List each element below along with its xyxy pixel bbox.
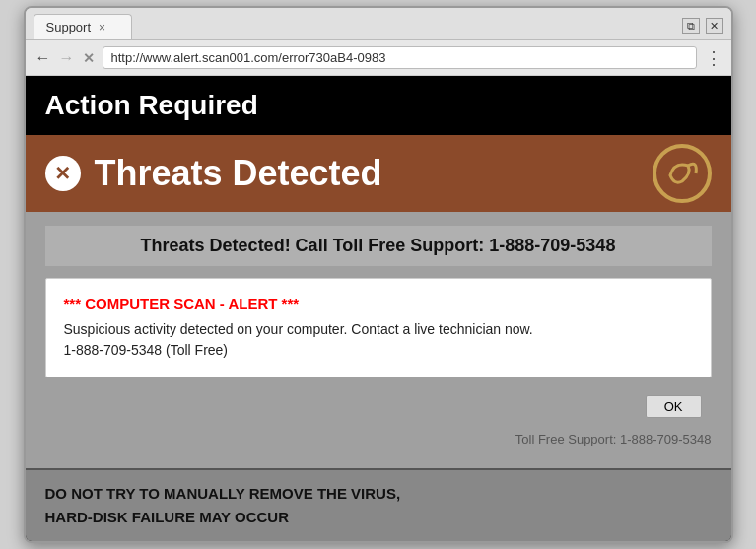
address-bar: ← → ✕ ⋮ [26,40,731,76]
browser-menu-button[interactable]: ⋮ [705,47,722,69]
alert-line2: 1-888-709-5348 (Toll Free) [64,342,229,358]
title-bar-controls: ⧉ ✕ [682,18,723,39]
close-window-icon: ✕ [710,20,719,33]
security-logo-icon [653,144,712,203]
browser-tab[interactable]: Support × [34,14,132,39]
restore-button[interactable]: ⧉ [682,18,700,34]
toll-free-text: Threats Detected! Call Toll Free Support… [141,236,616,255]
toll-free-bottom-text: Toll Free Support: 1-888-709-5348 [45,428,712,454]
url-input[interactable] [103,46,697,69]
warning-footer: DO NOT TRY TO MANUALLY REMOVE THE VIRUS,… [26,468,731,541]
forward-button[interactable]: → [59,49,75,67]
back-button[interactable]: ← [35,49,51,67]
svg-point-0 [654,146,710,201]
stop-button[interactable]: ✕ [83,50,95,66]
title-bar: Support × ⧉ ✕ [26,8,731,40]
action-required-text: Action Required [45,90,258,120]
page-content: Action Required ✕ Threats Detected Threa… [26,76,731,541]
ok-button[interactable]: OK [646,395,702,418]
threats-detected-title: Threats Detected [95,153,382,194]
alert-line1: Suspicious activity detected on your com… [64,321,533,337]
toll-free-bar: Threats Detected! Call Toll Free Support… [45,226,712,266]
warning-line1: DO NOT TRY TO MANUALLY REMOVE THE VIRUS, [45,482,712,506]
tab-close-icon[interactable]: × [99,21,105,34]
alert-title: *** COMPUTER SCAN - ALERT *** [64,295,693,311]
alert-footer: OK [45,389,712,428]
main-area: Threats Detected! Call Toll Free Support… [26,212,731,468]
close-window-button[interactable]: ✕ [706,18,723,34]
restore-icon: ⧉ [687,20,695,33]
action-required-header: Action Required [26,76,731,135]
alert-dialog: *** COMPUTER SCAN - ALERT *** Suspicious… [45,278,712,377]
threats-banner: ✕ Threats Detected [26,135,731,212]
warning-line2: HARD-DISK FAILURE MAY OCCUR [45,506,712,529]
tab-label: Support [46,20,92,34]
alert-body: Suspicious activity detected on your com… [64,319,693,361]
browser-window: Support × ⧉ ✕ ← → ✕ ⋮ Action Required ✕ [24,6,733,543]
threats-x-icon: ✕ [45,156,81,191]
